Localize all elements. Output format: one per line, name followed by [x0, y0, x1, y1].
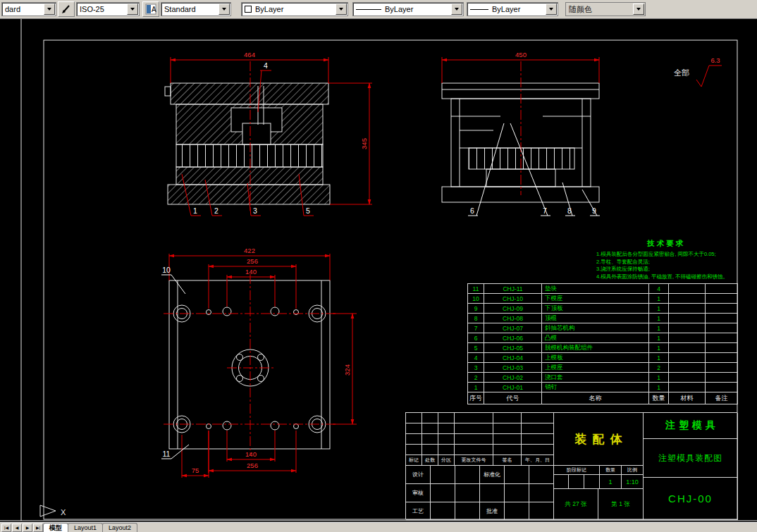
color-label: ByLayer: [255, 5, 334, 13]
dim-style-manager-button[interactable]: [58, 1, 75, 17]
bom-cell: 11: [468, 284, 484, 294]
revision-cell: [438, 413, 455, 423]
drawing-canvas[interactable]: 464 345 4 1 2 3 5: [0, 19, 757, 522]
bom-cell: 脱模机构装配组件: [542, 343, 649, 353]
sheets-row: 共 27 张 第 1 张: [554, 489, 644, 520]
svg-text:A: A: [152, 6, 156, 13]
tab-model[interactable]: 模型: [43, 523, 68, 532]
dim-plan-256-top: 256: [247, 257, 258, 265]
tab-nav-last[interactable]: ▶|: [33, 524, 43, 532]
bom-cell: 顶棍: [542, 314, 649, 323]
tab-layout2[interactable]: Layout2: [102, 523, 137, 532]
title-block-right: 注塑模具 注塑模具装配图 CHJ-00: [644, 413, 738, 520]
linetype-combo[interactable]: ByLayer: [352, 2, 464, 16]
combo-arrow-button[interactable]: [219, 4, 230, 15]
bom-row: 8CHJ-08顶棍1: [468, 314, 738, 323]
text-style-combo[interactable]: Standard: [161, 2, 231, 16]
bom-header: 名称: [542, 392, 649, 404]
sheet-total: 共 27 张: [554, 489, 598, 520]
tab-nav-first[interactable]: |◀: [1, 524, 11, 532]
bom-cell: [706, 294, 738, 304]
revision-cell: [438, 434, 455, 445]
tab-nav-next[interactable]: ▶: [23, 524, 32, 532]
lineweight-label: ByLayer: [492, 5, 544, 13]
bom-cell: CHJ-07: [484, 323, 542, 333]
bom-cell: 1: [649, 323, 669, 333]
bom-row: 4CHJ-04上模板1: [468, 353, 738, 363]
signature-cell: 工艺: [406, 502, 431, 520]
dim-section-width: 464: [244, 51, 255, 58]
revision-cell: [522, 423, 554, 434]
bom-cell: 3: [468, 363, 484, 373]
bom-cell: 浇口套: [542, 373, 649, 383]
dim-style-combo[interactable]: ISO-25: [76, 2, 140, 16]
sheet-number: 第 1 张: [598, 489, 644, 520]
bom-cell: [706, 323, 738, 333]
tab-layout1[interactable]: Layout1: [68, 523, 103, 532]
balloon-5: 5: [306, 206, 310, 215]
revision-cell: [438, 445, 455, 455]
combo-arrow-button[interactable]: [336, 4, 347, 15]
signature-cell: [455, 502, 480, 520]
bom-cell: [706, 373, 738, 383]
text-style-manager-button[interactable]: A: [142, 1, 159, 17]
balloon-7: 7: [543, 206, 547, 215]
combo-arrow-button[interactable]: [451, 4, 462, 15]
bom-cell: 1: [649, 304, 669, 314]
bom-row: 1CHJ-01销钉1: [468, 383, 738, 392]
combo-arrow-button[interactable]: [44, 4, 55, 15]
combo-arrow-button[interactable]: [633, 4, 644, 15]
revision-cell: [455, 413, 493, 423]
bom-header: 材料: [669, 392, 706, 404]
bom-cell: CHJ-11: [484, 284, 542, 294]
color-combo[interactable]: ByLayer: [241, 2, 348, 16]
project-name: 注塑模具: [644, 413, 738, 439]
signature-cell: [455, 484, 480, 502]
bom-cell: 下顶板: [542, 304, 649, 314]
bom-cell: [669, 353, 706, 363]
revision-cell: [493, 445, 522, 455]
combo-arrow-button[interactable]: [546, 4, 557, 15]
bom-cell: 上模板: [542, 353, 649, 363]
bom-cell: [669, 314, 706, 323]
bom-cell: CHJ-09: [484, 304, 542, 314]
note-line: 1.模具装配后各分型面应紧密贴合, 间隙不大于0.05;: [596, 251, 736, 259]
bom-cell: CHJ-05: [484, 343, 542, 353]
bom-body: 11CHJ-11垫块410CHJ-10下模座19CHJ-09下顶板18CHJ-0…: [468, 284, 738, 392]
signature-cell: 批准: [480, 502, 505, 520]
bom-cell: [706, 314, 738, 323]
color-swatch-icon: [245, 6, 252, 13]
bom-cell: 2: [649, 363, 669, 373]
bom-row: 11CHJ-11垫块4: [468, 284, 738, 294]
plot-style-combo[interactable]: 随颜色: [565, 2, 646, 16]
chevron-down-icon: [455, 8, 459, 13]
chevron-down-icon: [549, 8, 553, 13]
lineweight-line-icon: [470, 9, 488, 10]
revision-cell: [522, 413, 554, 423]
bom-cell: 1: [649, 294, 669, 304]
revision-header-cell: 更改文件号: [455, 455, 493, 466]
dim-style-combo-partial[interactable]: dard: [1, 2, 56, 16]
tab-nav-prev[interactable]: ◀: [12, 524, 22, 532]
surface-finish-value: 6.3: [710, 56, 720, 64]
chevron-down-icon: [339, 8, 343, 13]
balloon-1: 1: [193, 206, 197, 215]
balloon-6: 6: [470, 206, 474, 215]
bom-cell: CHJ-01: [484, 383, 542, 392]
bom-header-row: 序号 代号 名称 数量 材料 备注: [468, 392, 738, 404]
bom-row: 6CHJ-06凸模1: [468, 333, 738, 343]
lineweight-combo[interactable]: ByLayer: [467, 2, 558, 16]
revision-grid: 标记处数分区更改文件号签名年、月、日: [406, 413, 554, 466]
signature-cell: 审核: [406, 484, 431, 502]
combo-arrow-button[interactable]: [127, 4, 138, 15]
signature-cell: [529, 466, 554, 484]
dim-style-label: ISO-25: [80, 5, 125, 13]
surface-finish-label: 全部: [674, 68, 689, 77]
bom-cell: 1: [649, 353, 669, 363]
side-view: [442, 61, 599, 202]
bom-cell: 上模座: [542, 363, 649, 373]
stage-label: 阶段标记: [554, 466, 600, 475]
bom-row: 7CHJ-07斜抽芯机构1: [468, 323, 738, 333]
balloon-3: 3: [253, 206, 257, 215]
chevron-down-icon: [222, 8, 226, 13]
